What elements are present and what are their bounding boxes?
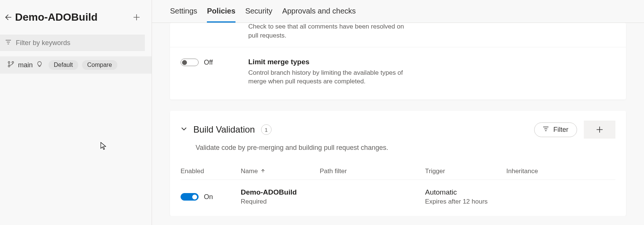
filter-box[interactable] [0, 35, 145, 51]
limit-merge-toggle[interactable] [181, 59, 199, 66]
lightbulb-icon [36, 61, 43, 69]
tab-policies[interactable]: Policies [207, 7, 235, 23]
sort-up-icon [261, 168, 265, 175]
back-arrow-icon[interactable] [0, 14, 15, 21]
filter-icon [543, 126, 549, 134]
toggle-state-label: Off [204, 59, 213, 66]
branch-policies-card: Check to see that all comments have been… [170, 23, 626, 100]
sidebar-header: Demo-ADOBuild [0, 0, 152, 32]
col-inheritance[interactable]: Inheritance [506, 168, 615, 175]
row-name: Demo-ADOBuild [241, 188, 425, 196]
section-desc: Validate code by pre-merging and buildin… [196, 144, 615, 152]
default-badge: Default [49, 60, 78, 70]
policy-desc: Check to see that all comments have been… [248, 23, 406, 40]
tab-approvals[interactable]: Approvals and checks [282, 7, 356, 23]
branch-row-main[interactable]: main Default Compare [0, 56, 152, 74]
policy-title: Limit merge types [248, 58, 615, 66]
filter-input[interactable] [16, 39, 140, 47]
add-build-policy-button[interactable] [584, 121, 615, 139]
count-badge: 1 [261, 124, 272, 135]
filter-button[interactable]: Filter [534, 122, 577, 137]
tabs: Settings Policies Security Approvals and… [152, 0, 644, 23]
tab-security[interactable]: Security [245, 7, 272, 23]
compare-badge: Compare [82, 60, 117, 70]
row-trigger: Automatic [425, 188, 506, 196]
add-branch-button[interactable] [129, 14, 144, 21]
tab-settings[interactable]: Settings [170, 7, 197, 23]
policy-row-limit-merge: Off Limit merge types Control branch his… [170, 47, 626, 100]
branch-icon [8, 61, 14, 69]
col-path[interactable]: Path filter [320, 168, 425, 175]
sidebar: Demo-ADOBuild main Default Compare [0, 0, 152, 225]
svg-point-1 [8, 65, 10, 67]
svg-point-2 [12, 62, 14, 63]
row-enabled-toggle[interactable] [181, 193, 199, 201]
toggle-state-label: On [204, 193, 213, 201]
row-requirement: Required [241, 198, 425, 205]
build-validation-card: Build Validation 1 Filter Validate code … [170, 111, 626, 216]
main-area: Settings Policies Security Approvals and… [152, 0, 644, 225]
chevron-down-icon[interactable] [181, 125, 187, 134]
content: Check to see that all comments have been… [152, 23, 644, 216]
table-header: Enabled Name Path filter Trigger Inherit… [181, 163, 615, 180]
filter-label: Filter [553, 126, 568, 134]
policy-desc: Control branch history by limiting the a… [248, 68, 406, 86]
col-enabled[interactable]: Enabled [181, 168, 241, 175]
col-name[interactable]: Name [241, 168, 320, 175]
section-header: Build Validation 1 Filter [181, 121, 615, 139]
repo-title: Demo-ADOBuild [15, 11, 129, 23]
table-row[interactable]: On Demo-ADOBuild Required Automatic Expi… [181, 180, 615, 216]
svg-point-0 [8, 62, 10, 63]
col-trigger[interactable]: Trigger [425, 168, 506, 175]
col-name-label: Name [241, 168, 258, 175]
filter-icon [5, 39, 11, 47]
section-title: Build Validation [193, 124, 255, 135]
branch-name: main [18, 61, 33, 69]
policy-row-comment-resolution: Check to see that all comments have been… [170, 23, 626, 47]
row-trigger-sub: Expires after 12 hours [425, 198, 506, 205]
